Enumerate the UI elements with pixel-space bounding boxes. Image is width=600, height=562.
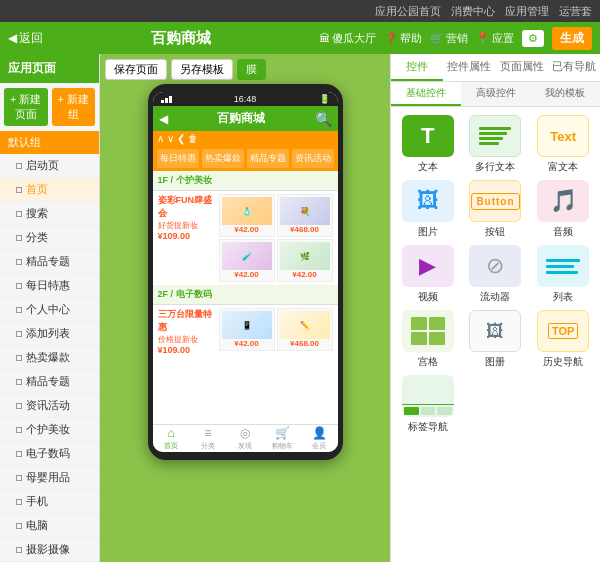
sidebar-group-default[interactable]: 默认组 (0, 131, 99, 154)
banner-left-icon[interactable]: ❮ (177, 133, 185, 144)
product-cell-5[interactable]: ✏️ ¥468.00 (277, 308, 333, 351)
back-button[interactable]: ◀ 返回 (8, 30, 43, 47)
sidebar-header: 应用页面 (0, 54, 99, 83)
sidebar-item-electronics[interactable]: 电子数码 (0, 442, 99, 466)
sidebar-item-addlist[interactable]: 添加列表 (0, 322, 99, 346)
product-cell-3[interactable]: 🌿 ¥42.00 (277, 239, 333, 282)
widget-image[interactable]: 🖼 图片 (397, 180, 459, 239)
section1-promo-title: 姿彩FUN肆盛会 (158, 194, 215, 220)
phone-time: 16:48 (234, 94, 257, 104)
sidebar-item-beauty[interactable]: 个护美妆 (0, 418, 99, 442)
product-cell-4[interactable]: 📱 ¥42.00 (219, 308, 275, 351)
nav-marketing[interactable]: 🛒 营销 (430, 31, 468, 46)
sidebar-item-phone[interactable]: 手机 (0, 490, 99, 514)
banner-tab-3[interactable]: 资讯活动 (292, 149, 334, 168)
product-price-2: ¥42.00 (222, 270, 272, 279)
nav-hall[interactable]: 🏛 傻瓜大厅 (319, 31, 376, 46)
another-template-button[interactable]: 另存模板 (171, 59, 233, 80)
sidebar-item-maternal[interactable]: 母婴用品 (0, 466, 99, 490)
widget-audio[interactable]: 🎵 音频 (532, 180, 594, 239)
product-cell-2[interactable]: 🧪 ¥42.00 (219, 239, 275, 282)
bottom-nav-member[interactable]: 👤 会员 (301, 425, 338, 452)
generate-button[interactable]: 生成 (552, 27, 592, 50)
new-group-button[interactable]: + 新建组 (52, 88, 96, 126)
sidebar: 应用页面 + 新建页面 + 新建组 默认组 启动页 首页 搜索 分类 精品专题 … (0, 54, 100, 562)
banner-tab-1[interactable]: 热卖爆款 (202, 149, 244, 168)
widget-swiper-label: 流动器 (480, 290, 510, 304)
subtab-my-templates[interactable]: 我的模板 (530, 82, 600, 106)
sidebar-item-personal[interactable]: 个人中心 (0, 298, 99, 322)
bottom-nav-cart[interactable]: 🛒 购物车 (264, 425, 301, 452)
widget-tabs-nav[interactable]: 标签导航 (397, 375, 459, 434)
save-page-button[interactable]: 保存页面 (105, 59, 167, 80)
widget-swiper[interactable]: ⊘ 流动器 (465, 245, 527, 304)
product-cell-0[interactable]: 🧴 ¥42.00 (219, 194, 275, 237)
bottom-nav-home[interactable]: ⌂ 首页 (153, 425, 190, 452)
widget-history-icon: TOP (537, 310, 589, 352)
bottom-home-icon: ⌂ (167, 426, 174, 440)
sidebar-item-category[interactable]: 分类 (0, 226, 99, 250)
bottom-member-icon: 👤 (312, 426, 327, 440)
tab-page-props[interactable]: 页面属性 (496, 54, 548, 81)
top-nav-ops[interactable]: 运营套 (559, 4, 592, 19)
right-panel: 控件 控件属性 页面属性 已有导航 基础控件 高级控件 我的模板 T 文本 (390, 54, 600, 562)
sidebar-item-computer[interactable]: 电脑 (0, 514, 99, 538)
widget-grid-widget[interactable]: 宫格 (397, 310, 459, 369)
phone-banner-controls: ∧ ∨ ❮ 🗑 (153, 131, 338, 146)
sidebar-item-photo[interactable]: 摄影摄像 (0, 538, 99, 562)
sidebar-item-search[interactable]: 搜索 (0, 202, 99, 226)
subtab-advanced[interactable]: 高级控件 (461, 82, 531, 106)
nav-settings-pos[interactable]: 📍 应置 (476, 31, 514, 46)
sidebar-item-daily[interactable]: 每日特惠 (0, 274, 99, 298)
product-cell-1[interactable]: 💐 ¥468.00 (277, 194, 333, 237)
sidebar-item-hotitems[interactable]: 热卖爆款 (0, 346, 99, 370)
widget-button[interactable]: Button 按钮 (465, 180, 527, 239)
bottom-category-icon: ≡ (204, 426, 211, 440)
top-nav-consumer[interactable]: 消费中心 (451, 4, 495, 19)
sidebar-item-news[interactable]: 资讯活动 (0, 394, 99, 418)
banner-down-icon[interactable]: ∨ (167, 133, 174, 144)
gear-button[interactable]: ⚙ (522, 30, 544, 47)
new-page-button[interactable]: + 新建页面 (4, 88, 48, 126)
sidebar-item-home[interactable]: 首页 (0, 178, 99, 202)
banner-delete-icon[interactable]: 🗑 (188, 133, 198, 144)
top-nav-app-manage[interactable]: 应用管理 (505, 4, 549, 19)
section2-promo: 三万台限量特惠 价格提新妆 ¥109.00 📱 ¥42.00 ✏️ ¥4 (153, 305, 338, 358)
subtab-basic[interactable]: 基础控件 (391, 82, 461, 106)
widget-multitext-icon (469, 115, 521, 157)
widget-multitext[interactable]: 多行文本 (465, 115, 527, 174)
phone-search-icon[interactable]: 🔍 (315, 111, 332, 127)
banner-tab-2[interactable]: 精品专题 (247, 149, 289, 168)
sidebar-item-featured[interactable]: 精品专题 (0, 250, 99, 274)
product-price-4: ¥42.00 (222, 339, 272, 348)
section2-promo-price: ¥109.00 (158, 345, 215, 355)
phone-header: ◀ 百购商城 🔍 (153, 106, 338, 131)
tab-nav[interactable]: 已有导航 (548, 54, 600, 81)
tab-widgets[interactable]: 控件 (391, 54, 443, 81)
section2-header: 2F / 电子数码 (153, 285, 338, 305)
sidebar-item-startup[interactable]: 启动页 (0, 154, 99, 178)
bottom-nav-discover[interactable]: ◎ 发现 (227, 425, 264, 452)
sidebar-item-premium[interactable]: 精品专题 (0, 370, 99, 394)
bottom-nav-category[interactable]: ≡ 分类 (190, 425, 227, 452)
section2-promo-title: 三万台限量特惠 (158, 308, 215, 334)
widget-video-icon: ▶ (402, 245, 454, 287)
widget-text[interactable]: T 文本 (397, 115, 459, 174)
top-nav-home[interactable]: 应用公园首页 (375, 4, 441, 19)
widget-list[interactable]: 列表 (532, 245, 594, 304)
section2-promo-text: 三万台限量特惠 价格提新妆 ¥109.00 (158, 308, 215, 355)
banner-up-icon[interactable]: ∧ (157, 133, 164, 144)
banner-tab-0[interactable]: 每日特惠 (157, 149, 199, 168)
app-title: 百购商城 (49, 29, 313, 48)
widget-audio-icon: 🎵 (537, 180, 589, 222)
tab-widget-props[interactable]: 控件属性 (443, 54, 495, 81)
phone-back-icon[interactable]: ◀ (159, 112, 168, 126)
widget-video[interactable]: ▶ 视频 (397, 245, 459, 304)
product-img-5: ✏️ (280, 311, 330, 339)
widget-richtext[interactable]: Text 富文本 (532, 115, 594, 174)
widget-grid-label: 宫格 (418, 355, 438, 369)
widget-history-nav[interactable]: TOP 历史导航 (532, 310, 594, 369)
nav-help[interactable]: ❓ 帮助 (384, 31, 422, 46)
widget-gallery[interactable]: 🖼 图册 (465, 310, 527, 369)
mode-button[interactable]: 膜 (237, 59, 266, 80)
